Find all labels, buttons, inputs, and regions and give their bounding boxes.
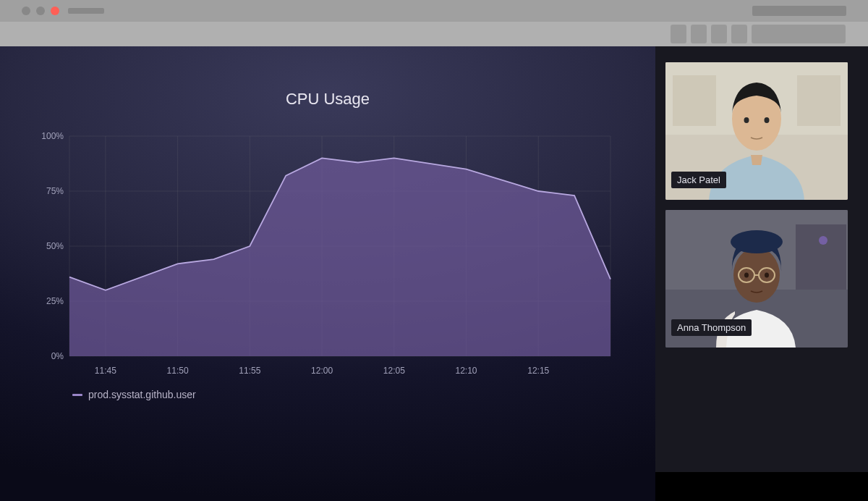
participant-name: Anna Thompson xyxy=(671,319,752,336)
toolbar-button[interactable] xyxy=(691,25,707,43)
svg-point-43 xyxy=(765,273,769,278)
svg-point-42 xyxy=(744,273,749,278)
video-call-panel: Jack Patel Anna Thompson xyxy=(655,46,868,501)
participant-name: Jack Patel xyxy=(671,172,726,188)
legend-label: prod.sysstat.github.user xyxy=(88,389,196,400)
svg-text:75%: 75% xyxy=(46,186,64,196)
svg-point-31 xyxy=(744,117,749,123)
video-tile[interactable]: Jack Patel xyxy=(665,62,848,200)
toolbar-button[interactable] xyxy=(731,25,747,43)
recording-indicator xyxy=(51,7,59,15)
svg-text:11:50: 11:50 xyxy=(167,366,189,376)
svg-text:0%: 0% xyxy=(51,351,64,361)
video-tile[interactable]: Anna Thompson xyxy=(665,210,848,348)
window-controls xyxy=(22,0,104,22)
svg-point-38 xyxy=(731,230,783,253)
toolbar-button[interactable] xyxy=(711,25,727,43)
svg-text:11:55: 11:55 xyxy=(239,366,260,376)
svg-rect-35 xyxy=(796,224,846,290)
svg-text:11:45: 11:45 xyxy=(95,366,116,376)
svg-text:50%: 50% xyxy=(46,241,64,251)
svg-text:12:10: 12:10 xyxy=(456,366,477,376)
svg-text:25%: 25% xyxy=(46,296,64,306)
chart-title: CPU Usage xyxy=(0,90,655,109)
legend-swatch xyxy=(72,394,82,396)
svg-text:100%: 100% xyxy=(41,131,64,141)
chart-panel: CPU Usage 0%25%50%75%100%11:4511:5011:55… xyxy=(0,46,655,501)
svg-text:12:00: 12:00 xyxy=(311,366,333,376)
svg-point-36 xyxy=(819,236,827,245)
tab-bar xyxy=(0,22,868,46)
minimize-window-button[interactable] xyxy=(36,7,45,15)
svg-point-32 xyxy=(765,117,770,123)
svg-rect-29 xyxy=(797,75,841,126)
video-panel-bottom xyxy=(655,472,868,501)
svg-rect-28 xyxy=(673,75,716,126)
cpu-usage-chart: 0%25%50%75%100%11:4511:5011:5512:0012:05… xyxy=(29,126,621,394)
toolbar-button[interactable] xyxy=(671,25,686,43)
svg-text:12:15: 12:15 xyxy=(527,366,549,376)
close-window-button[interactable] xyxy=(22,7,30,15)
title-placeholder xyxy=(68,8,104,14)
chart-legend: prod.sysstat.github.user xyxy=(72,389,196,400)
svg-text:12:05: 12:05 xyxy=(383,366,405,376)
active-tab[interactable] xyxy=(752,25,846,43)
window-title-bar xyxy=(0,0,868,22)
